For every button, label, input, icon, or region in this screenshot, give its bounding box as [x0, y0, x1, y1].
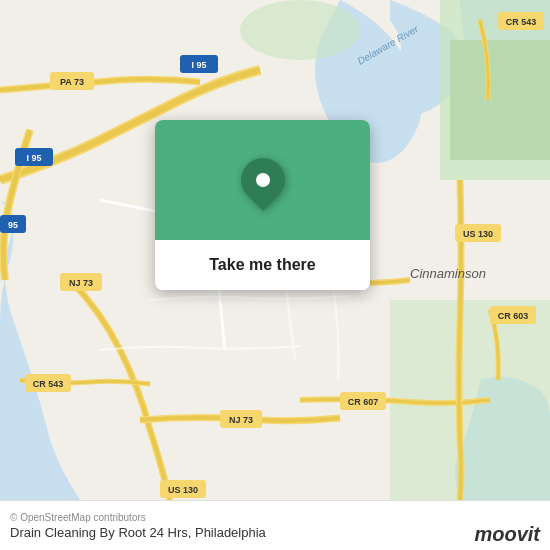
- svg-text:US 130: US 130: [168, 485, 198, 495]
- svg-text:CR 543: CR 543: [33, 379, 64, 389]
- attribution: © OpenStreetMap contributors: [10, 512, 540, 523]
- svg-point-3: [240, 0, 360, 60]
- svg-text:NJ 73: NJ 73: [229, 415, 253, 425]
- svg-text:95: 95: [8, 220, 18, 230]
- svg-text:PA 73: PA 73: [60, 77, 84, 87]
- bottom-bar: © OpenStreetMap contributors Drain Clean…: [0, 500, 550, 550]
- moovit-text: moovit: [474, 523, 540, 546]
- svg-rect-2: [450, 40, 550, 160]
- svg-text:CR 543: CR 543: [506, 17, 537, 27]
- popup-overlay: Take me there: [155, 120, 370, 290]
- location-pin: [231, 149, 293, 211]
- svg-text:Cinnaminson: Cinnaminson: [410, 266, 486, 281]
- svg-text:CR 603: CR 603: [498, 311, 529, 321]
- svg-text:NJ 73: NJ 73: [69, 278, 93, 288]
- svg-text:CR 607: CR 607: [348, 397, 379, 407]
- popup-map-section: [155, 120, 370, 240]
- svg-text:I 95: I 95: [26, 153, 41, 163]
- svg-text:I 95: I 95: [191, 60, 206, 70]
- map-container: PA 73 I 95 I 95 95 NJ 73 NJ 73 CR 607 CR…: [0, 0, 550, 500]
- moovit-logo: moovit: [474, 523, 540, 546]
- take-me-there-button[interactable]: Take me there: [155, 240, 370, 290]
- svg-text:US 130: US 130: [463, 229, 493, 239]
- location-title: Drain Cleaning By Root 24 Hrs, Philadelp…: [10, 525, 540, 540]
